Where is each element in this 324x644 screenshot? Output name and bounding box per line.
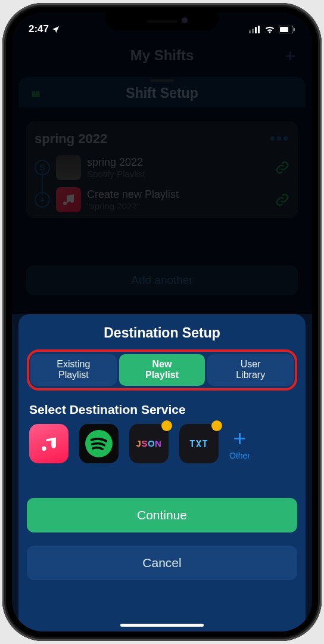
sheet-title: Destination Setup [27,325,297,341]
service-apple-music[interactable] [29,424,68,463]
home-indicator[interactable] [120,624,204,627]
seg-existing-playlist[interactable]: Existing Playlist [30,354,117,386]
highlight-annotation: Existing Playlist New Playlist User Libr… [27,349,297,391]
svg-rect-2 [255,27,257,33]
cancel-button[interactable]: Cancel [27,546,297,580]
svg-rect-1 [252,29,254,33]
battery-icon [279,26,295,33]
wifi-icon [264,26,275,33]
service-list: JSON TXT + Other [27,424,297,463]
svg-rect-6 [294,28,295,31]
phone-frame: 2:47 My Shifts + Shift Setup spring 2022… [2,3,322,641]
cellular-icon [249,26,261,33]
location-icon [51,25,60,34]
json-label: JSON [136,438,162,449]
seg-user-library[interactable]: User Library [207,354,294,386]
txt-label: TXT [189,438,208,450]
svg-rect-3 [258,26,260,33]
service-json[interactable]: JSON [129,424,169,463]
svg-rect-5 [280,27,288,32]
service-other[interactable]: + Other [229,427,250,460]
continue-button[interactable]: Continue [27,498,297,532]
destination-type-segmented: Existing Playlist New Playlist User Libr… [30,354,294,386]
destination-sheet: Destination Setup Existing Playlist New … [18,314,306,631]
premium-badge-icon [161,420,172,431]
screen: 2:47 My Shifts + Shift Setup spring 2022… [12,13,312,631]
plus-icon: + [233,427,246,450]
other-label: Other [229,451,250,460]
seg-new-playlist[interactable]: New Playlist [119,354,205,386]
dim-overlay [12,13,312,314]
premium-badge-icon [211,420,222,431]
spotify-icon [84,429,114,459]
status-time: 2:47 [29,23,49,35]
service-txt[interactable]: TXT [179,424,219,463]
svg-rect-0 [249,30,251,33]
service-spotify[interactable] [79,424,119,463]
notch [105,13,219,30]
select-service-title: Select Destination Service [29,402,297,417]
music-note-icon [40,435,58,453]
